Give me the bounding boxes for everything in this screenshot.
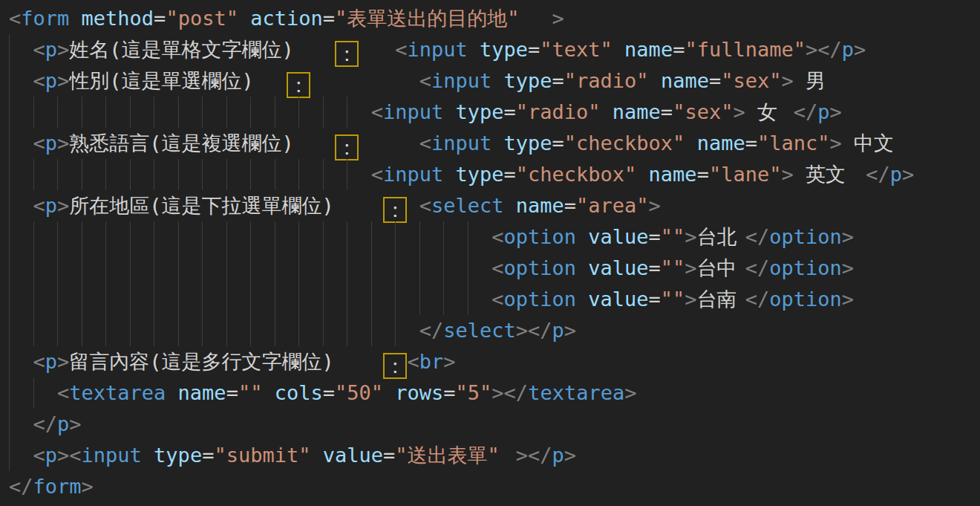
attribute-name: type xyxy=(480,38,528,61)
indent-guides xyxy=(9,128,33,159)
text-content: 所在地區(這是下拉選單欄位) xyxy=(69,190,383,221)
text-content xyxy=(359,132,419,155)
angle-bracket: < xyxy=(491,288,503,311)
code-line[interactable]: <input type="checkbox" name="lane"> 英文 <… xyxy=(9,159,980,190)
tag-name: option xyxy=(503,288,576,311)
code-editor[interactable]: <form method="post" action="表單送出的目的地"><p… xyxy=(0,0,980,506)
tag-name: option xyxy=(769,225,842,248)
indent-guides xyxy=(9,377,57,409)
angle-bracket: > xyxy=(854,38,866,61)
angle-bracket: < xyxy=(69,444,81,467)
unicode-highlight-box: ： xyxy=(383,197,408,223)
code-line[interactable]: <option value="">台南</option> xyxy=(9,284,980,315)
code-line[interactable]: </form> xyxy=(9,471,980,502)
angle-bracket: < xyxy=(33,350,45,373)
tag-name: p xyxy=(552,319,564,342)
equals-sign: = xyxy=(661,100,673,123)
equals-sign: = xyxy=(649,288,661,311)
code-line[interactable]: <p><input type="submit" value="送出表單"></p… xyxy=(9,440,980,471)
attribute-name: type xyxy=(455,100,503,123)
tag-name: textarea xyxy=(69,381,166,404)
tag-name: p xyxy=(45,444,57,467)
angle-bracket: > xyxy=(564,444,576,467)
attribute-name: name xyxy=(516,194,564,217)
angle-bracket: < xyxy=(491,256,503,279)
angle-bracket: < xyxy=(371,163,383,186)
equals-sign: = xyxy=(564,194,576,217)
string-value: "5" xyxy=(456,381,492,404)
angle-bracket: > xyxy=(842,256,854,279)
attribute-name: type xyxy=(504,69,552,92)
angle-bracket: > xyxy=(57,194,69,217)
angle-bracket: < xyxy=(419,194,431,217)
angle-bracket: > xyxy=(624,381,636,404)
tag-name: p xyxy=(817,100,829,123)
text-content xyxy=(262,381,274,404)
text-content xyxy=(69,7,81,30)
angle-bracket: </ xyxy=(866,163,890,186)
equals-sign: = xyxy=(673,38,685,61)
angle-bracket: > xyxy=(902,163,914,186)
angle-bracket: > xyxy=(57,38,69,61)
string-value: "50" xyxy=(335,381,383,404)
code-line[interactable]: <p>姓名(這是單格文字欄位)： <input type="text" name… xyxy=(9,34,980,65)
angle-bracket: < xyxy=(33,444,45,467)
code-line[interactable]: <input type="radio" name="sex"> 女 </p> xyxy=(9,97,980,128)
code-line[interactable]: <option value="">台中</option> xyxy=(9,253,980,284)
code-line[interactable]: <form method="post" action="表單送出的目的地"> xyxy=(9,3,980,34)
code-line[interactable]: <p>性別(這是單選欄位)： <input type="radio" name=… xyxy=(9,65,980,97)
code-line[interactable]: </p> xyxy=(9,409,980,440)
text-content xyxy=(359,38,395,61)
string-value: "lane" xyxy=(709,163,782,186)
attribute-name: name xyxy=(612,100,661,123)
code-line[interactable]: <option value="">台北</option> xyxy=(9,221,980,253)
indent-guides xyxy=(9,159,371,190)
tag-name: input xyxy=(383,163,443,186)
equals-sign: = xyxy=(154,7,166,30)
angle-bracket: > xyxy=(491,381,503,404)
text-content xyxy=(166,381,177,404)
angle-bracket: > xyxy=(516,444,528,467)
text-content xyxy=(685,132,696,155)
tag-name: p xyxy=(842,38,854,61)
angle-bracket: > xyxy=(516,319,528,342)
code-line[interactable]: <p>留言內容(這是多行文字欄位)：<br> xyxy=(9,346,980,377)
indent-guides xyxy=(9,34,33,65)
angle-bracket: > xyxy=(57,69,69,92)
text-content xyxy=(491,69,503,92)
string-value: "radio" xyxy=(564,69,649,92)
attribute-name: type xyxy=(455,163,503,186)
angle-bracket: > xyxy=(829,100,841,123)
attribute-name: method xyxy=(82,7,154,30)
text-content: 台中 xyxy=(697,253,745,284)
tag-name: p xyxy=(45,194,57,217)
tag-name: form xyxy=(21,7,69,30)
code-line[interactable]: <p>熟悉語言(這是複選欄位)： <input type="checkbox" … xyxy=(9,128,980,159)
angle-bracket: < xyxy=(491,225,503,248)
tag-name: p xyxy=(890,163,902,186)
string-value: "fullname" xyxy=(685,38,806,61)
angle-bracket: < xyxy=(33,194,45,217)
angle-bracket: < xyxy=(9,7,21,30)
text-content xyxy=(576,288,588,311)
text-content xyxy=(443,163,455,186)
indent-guides xyxy=(9,65,33,97)
code-line[interactable]: </select></p> xyxy=(9,315,980,346)
text-content xyxy=(612,38,624,61)
text-content xyxy=(310,444,322,467)
string-value: "表單送出的目的地" xyxy=(335,3,552,34)
string-value: "submit" xyxy=(214,444,310,467)
code-line[interactable]: <p>所在地區(這是下拉選單欄位)： <select name="area"> xyxy=(9,190,980,221)
text-content: 中文 xyxy=(842,128,902,159)
angle-bracket: > xyxy=(806,38,817,61)
tag-name: p xyxy=(45,132,57,155)
indent-guides xyxy=(9,346,33,377)
attribute-name: rows xyxy=(395,381,443,404)
angle-bracket: > xyxy=(685,225,696,248)
code-line[interactable]: <textarea name="" cols="50" rows="5"></t… xyxy=(9,377,980,409)
attribute-name: name xyxy=(697,132,745,155)
angle-bracket: </ xyxy=(817,38,842,61)
angle-bracket: > xyxy=(842,288,854,311)
text-content xyxy=(238,7,250,30)
tag-name: p xyxy=(45,69,57,92)
